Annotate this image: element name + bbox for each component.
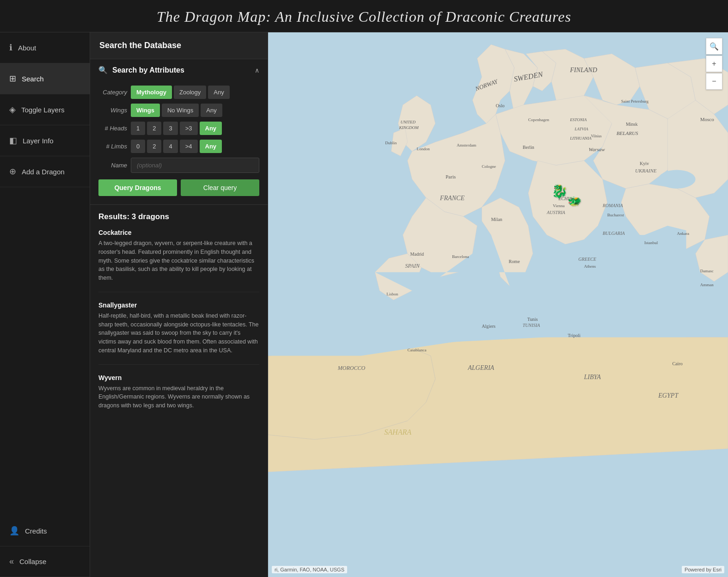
chevron-up-icon: ∧ xyxy=(255,67,259,74)
dragon-name-wyvern: Wyvern xyxy=(98,374,259,381)
svg-text:Cairo: Cairo xyxy=(672,361,682,366)
search-attrs-header-left: 🔍 Search by Attributes xyxy=(98,66,184,74)
svg-text:ESTONIA: ESTONIA xyxy=(569,117,587,122)
svg-text:AUSTRIA: AUSTRIA xyxy=(546,210,565,215)
svg-text:Berlin: Berlin xyxy=(523,145,534,150)
svg-text:Dublin: Dublin xyxy=(385,141,397,145)
svg-text:Kyiv: Kyiv xyxy=(640,161,649,166)
dragon-item-cockatrice: Cockatrice A two-legged dragon, wyvern, … xyxy=(98,229,259,292)
clear-query-button[interactable]: Clear query xyxy=(181,179,259,196)
dragon-desc-snallygaster: Half-reptile, half-bird, with a metallic… xyxy=(98,312,259,355)
category-zoology-btn[interactable]: Zoology xyxy=(174,86,206,99)
limbs-4-btn[interactable]: 4 xyxy=(163,140,177,153)
credits-icon: 👤 xyxy=(9,526,19,536)
limbs-btn-group: 0 2 4 >4 Any xyxy=(131,140,222,153)
category-any-btn[interactable]: Any xyxy=(208,86,229,99)
layers-icon: ◈ xyxy=(9,104,16,115)
svg-text:Istanbul: Istanbul xyxy=(644,240,658,245)
dragon-item-snallygaster: Snallygaster Half-reptile, half-bird, wi… xyxy=(98,301,259,365)
results-title: Results: 3 dragons xyxy=(98,212,259,221)
svg-point-1 xyxy=(658,170,695,189)
map-search-button[interactable]: 🔍 xyxy=(706,38,722,55)
sidebar-item-about[interactable]: ℹ About xyxy=(0,32,90,63)
wings-any-btn[interactable]: Any xyxy=(201,104,222,117)
svg-text:FRANCE: FRANCE xyxy=(440,194,465,202)
svg-text:Damasc: Damasc xyxy=(700,269,714,273)
heads-1-btn[interactable]: 1 xyxy=(131,122,145,135)
search-panel: Search the Database 🔍 Search by Attribut… xyxy=(90,32,268,577)
sidebar-item-add-dragon[interactable]: ⊕ Add a Dragon xyxy=(0,156,90,187)
content-area: Search the Database 🔍 Search by Attribut… xyxy=(90,32,728,577)
svg-text:Warsaw: Warsaw xyxy=(588,147,605,152)
category-mythology-btn[interactable]: Mythology xyxy=(131,86,172,99)
sidebar-label-about: About xyxy=(18,44,36,52)
svg-text:Barcelona: Barcelona xyxy=(452,254,469,259)
svg-text:SPAIN: SPAIN xyxy=(405,263,420,269)
limbs-gt4-btn[interactable]: >4 xyxy=(180,140,198,153)
add-icon: ⊕ xyxy=(9,166,16,177)
name-input[interactable] xyxy=(131,158,259,173)
dragon-name-cockatrice: Cockatrice xyxy=(98,229,259,236)
svg-text:LIBYA: LIBYA xyxy=(583,373,601,381)
attribution-right-text: Powered by Esri xyxy=(685,567,722,572)
limbs-0-btn[interactable]: 0 xyxy=(131,140,145,153)
zoom-in-button[interactable]: + xyxy=(706,55,722,72)
map-controls: 🔍 + − xyxy=(706,38,722,90)
query-dragons-button[interactable]: Query Dragons xyxy=(98,179,177,196)
wings-btn-group: Wings No Wings Any xyxy=(131,104,222,117)
sidebar-label-search: Search xyxy=(22,75,44,83)
dragon-item-wyvern: Wyvern Wyverns are common in medieval he… xyxy=(98,374,259,419)
sidebar-item-layer-info[interactable]: ◧ Layer Info xyxy=(0,125,90,156)
sidebar-item-collapse[interactable]: « Collapse xyxy=(0,546,90,577)
sidebar-item-toggle-layers[interactable]: ◈ Toggle Layers xyxy=(0,94,90,125)
svg-text:GREECE: GREECE xyxy=(578,257,596,262)
sidebar-label-add-dragon: Add a Dragon xyxy=(22,168,65,176)
heads-any-btn[interactable]: Any xyxy=(200,122,222,135)
map-container[interactable]: SWEDEN FINLAND NORWAY ESTONIA LATVIA LIT… xyxy=(268,32,728,577)
attribution-left-text: ri, Garmin, FAO, NOAA, USGS xyxy=(275,567,344,572)
wings-row: Wings Wings No Wings Any xyxy=(98,104,259,117)
svg-text:🐉: 🐉 xyxy=(551,183,568,199)
svg-text:🐲: 🐲 xyxy=(568,194,582,208)
svg-text:Amsterdam: Amsterdam xyxy=(457,143,476,147)
svg-text:Cologne: Cologne xyxy=(482,164,496,169)
limbs-any-btn[interactable]: Any xyxy=(200,140,222,153)
svg-text:MOROCCO: MOROCCO xyxy=(337,365,366,371)
svg-text:London: London xyxy=(417,147,430,151)
svg-text:Amman: Amman xyxy=(700,282,714,287)
sidebar: ℹ About ⊞ Search ◈ Toggle Layers ◧ Layer… xyxy=(0,32,90,577)
zoom-in-icon: + xyxy=(712,60,716,68)
action-buttons: Query Dragons Clear query xyxy=(98,179,259,196)
map-search-icon: 🔍 xyxy=(710,42,719,51)
no-wings-btn[interactable]: No Wings xyxy=(162,104,199,117)
attribute-form: Category Mythology Zoology Any Wings Win… xyxy=(90,81,268,204)
app-title: The Dragon Map: An Inclusive Collection … xyxy=(0,8,728,25)
svg-text:Casablanca: Casablanca xyxy=(408,348,427,352)
sidebar-item-search[interactable]: ⊞ Search xyxy=(0,63,90,94)
svg-text:Madrid: Madrid xyxy=(410,252,424,257)
svg-text:LITHUANIA: LITHUANIA xyxy=(569,136,592,141)
svg-text:Minsk: Minsk xyxy=(626,122,638,127)
collapse-icon: « xyxy=(9,557,14,566)
svg-text:Vienna: Vienna xyxy=(553,203,565,208)
info-icon: ℹ xyxy=(9,43,12,53)
svg-text:Paris: Paris xyxy=(446,174,456,179)
heads-2-btn[interactable]: 2 xyxy=(147,122,161,135)
svg-text:Bucharest: Bucharest xyxy=(607,213,624,217)
zoom-out-icon: − xyxy=(712,77,716,86)
svg-text:Vilnius: Vilnius xyxy=(591,134,602,138)
svg-text:Athens: Athens xyxy=(584,264,596,269)
limbs-2-btn[interactable]: 2 xyxy=(147,140,161,153)
sidebar-item-credits[interactable]: 👤 Credits xyxy=(0,516,90,546)
results-section: Results: 3 dragons Cockatrice A two-legg… xyxy=(90,205,268,436)
category-row: Category Mythology Zoology Any xyxy=(98,86,259,99)
svg-text:TUNISIA: TUNISIA xyxy=(523,323,540,328)
category-label: Category xyxy=(98,89,127,96)
heads-gt3-btn[interactable]: >3 xyxy=(180,122,198,135)
heads-label: # Heads xyxy=(98,125,127,132)
sidebar-label-toggle-layers: Toggle Layers xyxy=(21,106,64,114)
search-attrs-header[interactable]: 🔍 Search by Attributes ∧ xyxy=(90,59,268,81)
wings-btn[interactable]: Wings xyxy=(131,104,160,117)
zoom-out-button[interactable]: − xyxy=(706,73,722,90)
heads-3-btn[interactable]: 3 xyxy=(163,122,177,135)
